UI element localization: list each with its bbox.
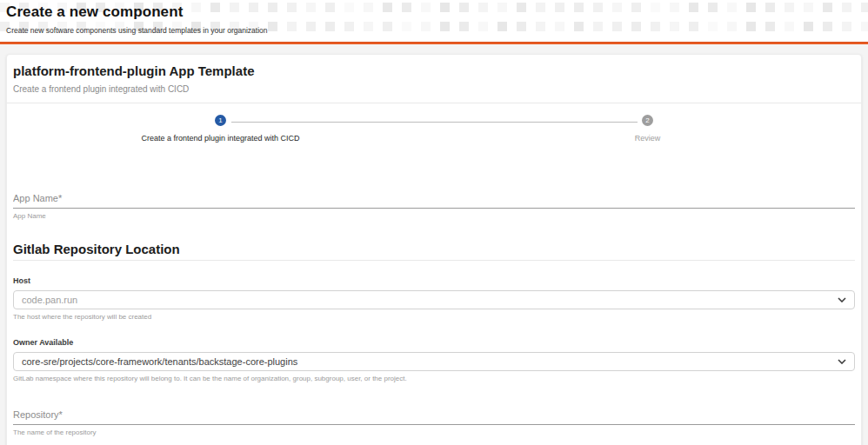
step-1-number: 1: [218, 116, 222, 124]
host-select-value: code.pan.run: [22, 295, 77, 305]
owner-field-group: Owner Available core-sre/projects/core-f…: [13, 338, 855, 382]
stepper-step-2: 2 Review: [434, 115, 861, 143]
chevron-down-icon: [838, 297, 846, 302]
owner-label: Owner Available: [13, 338, 855, 347]
template-title: platform-frontend-plugin App Template: [13, 63, 855, 78]
chevron-down-icon: [838, 359, 846, 364]
template-card: platform-frontend-plugin App Template Cr…: [6, 54, 862, 445]
app-name-helper: App Name: [13, 212, 855, 220]
stepper-step-1: 1 Create a frontend plugin integrated wi…: [7, 115, 434, 143]
template-subtitle: Create a frontend plugin integrated with…: [13, 84, 855, 94]
page-subtitle: Create new software components using sta…: [0, 21, 868, 35]
template-card-header: platform-frontend-plugin App Template Cr…: [7, 55, 861, 103]
repository-input[interactable]: [13, 408, 855, 425]
stepper: 1 Create a frontend plugin integrated wi…: [7, 103, 861, 155]
host-helper: The host where the repository will be cr…: [13, 313, 855, 321]
repository-helper: The name of the repository: [13, 428, 855, 436]
gitlab-section-heading: Gitlab Repository Location: [13, 242, 855, 256]
app-name-input[interactable]: [13, 191, 855, 209]
repository-field: The name of the repository: [13, 406, 855, 436]
owner-select[interactable]: core-sre/projects/core-framework/tenants…: [13, 352, 855, 371]
owner-select-value: core-sre/projects/core-framework/tenants…: [22, 356, 297, 367]
template-form: App Name Gitlab Repository Location Host…: [7, 155, 861, 445]
main-content: platform-frontend-plugin App Template Cr…: [0, 44, 868, 445]
section-divider: [13, 260, 855, 261]
host-select[interactable]: code.pan.run: [13, 290, 855, 309]
app-name-field: App Name: [13, 189, 855, 220]
page-title: Create a new component: [0, 0, 868, 21]
step-2-number: 2: [645, 116, 649, 124]
step-1-label: Create a frontend plugin integrated with…: [141, 134, 299, 143]
step-1-icon: 1: [215, 115, 226, 126]
owner-helper: GitLab namespace where this repository w…: [13, 375, 855, 382]
step-2-label: Review: [635, 134, 661, 143]
host-label: Host: [13, 276, 855, 285]
stepper-connector: [231, 122, 638, 123]
step-2-icon: 2: [642, 115, 653, 126]
page-header: Create a new component Create new softwa…: [0, 0, 868, 42]
host-field-group: Host code.pan.run The host where the rep…: [13, 276, 855, 321]
